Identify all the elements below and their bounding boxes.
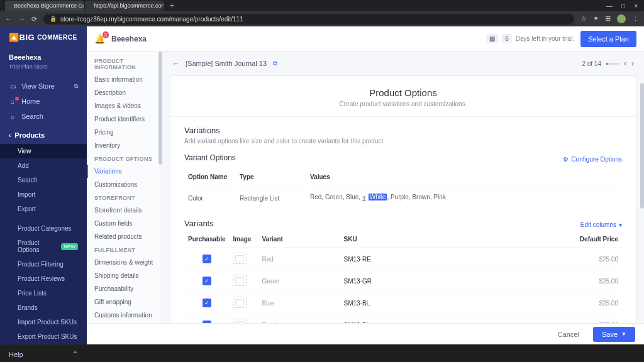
sidenav-dimensions[interactable]: Dimensions & weight <box>87 256 162 269</box>
sidebar-item-pricelists[interactable]: Price Lists <box>0 286 87 300</box>
sidebar-item-filtering[interactable]: Product Filtering <box>0 257 87 272</box>
sidebar-item-help[interactable]: Help⌃ <box>0 344 87 362</box>
minimize-icon[interactable]: — <box>606 3 613 9</box>
os-taskbar[interactable] <box>0 344 644 362</box>
chevron-down-icon: ▼ <box>621 331 626 337</box>
home-icon: ⌂ <box>9 98 16 105</box>
external-icon[interactable]: ⧉ <box>273 60 277 67</box>
select-plan-button[interactable]: Select a Plan <box>580 31 636 47</box>
product-sidenav: PRODUCT INFORMATION Basic information De… <box>87 52 162 323</box>
gear-icon: ⚙ <box>563 156 569 163</box>
purchasable-checkbox[interactable]: ✓ <box>203 321 211 323</box>
variant-price: $25.00 <box>572 270 622 292</box>
variant-sku: SM13-BL <box>340 292 572 314</box>
menu-icon[interactable]: ⋮ <box>632 14 639 23</box>
option-type: Rectangle List <box>237 187 306 209</box>
pager-prev-icon[interactable]: ‹ <box>624 59 626 68</box>
new-tab-button[interactable]: + <box>165 1 179 10</box>
product-options-card: Product Options Create product variation… <box>170 75 636 323</box>
th-sku: SKU <box>340 231 572 248</box>
browser-tab[interactable]: Beeehexa BigCommerce Contro× <box>5 1 84 11</box>
variant-price: $25.00 <box>572 292 622 314</box>
sidenav-identifiers[interactable]: Product identifiers <box>87 112 162 126</box>
sidebar-item-brands[interactable]: Brands <box>0 300 87 315</box>
grid-icon[interactable]: ▦ <box>486 34 498 43</box>
edit-columns-link[interactable]: Edit columns▾ <box>580 221 622 228</box>
sidenav-customs[interactable]: Customs information <box>87 309 162 322</box>
sidebar-item-add[interactable]: Add <box>0 158 87 173</box>
scrollbar[interactable] <box>640 83 644 209</box>
sidenav-description[interactable]: Description <box>87 86 162 99</box>
sidebar-item-import-skus[interactable]: Import Product SKUs <box>0 315 87 329</box>
sidenav-variations[interactable]: Variations <box>87 165 162 178</box>
image-placeholder[interactable] <box>233 297 247 308</box>
image-placeholder[interactable] <box>233 253 247 264</box>
cancel-button[interactable]: Cancel <box>550 327 587 342</box>
url-field[interactable]: 🔒store-lrcqgz36ep.mybigcommerce.com/mana… <box>43 14 574 25</box>
sidebar-item-export-skus[interactable]: Export Product SKUs <box>0 329 87 344</box>
purchasable-checkbox[interactable]: ✓ <box>203 255 211 263</box>
variant-row[interactable]: ✓ Red SM13-RE $25.00 <box>184 248 622 270</box>
sidenav-custom-fields[interactable]: Custom fields <box>87 217 162 230</box>
sidebar-item-home[interactable]: ⌂Home <box>0 94 87 109</box>
variant-row[interactable]: ✓ Blue SM13-BL $25.00 <box>184 292 622 314</box>
back-icon[interactable]: ← <box>5 15 12 23</box>
th-variant: Variant <box>258 231 340 248</box>
star-icon[interactable]: ☆ <box>580 14 587 23</box>
save-button[interactable]: Save▼ <box>593 327 635 342</box>
sidenav-purchasability[interactable]: Purchasability <box>87 282 162 295</box>
image-placeholder[interactable] <box>233 319 247 323</box>
option-values[interactable]: Red, Green, Blue, ᏆWhite, Purple, Brown,… <box>308 187 621 209</box>
configure-options-link[interactable]: ⚙Configure Options <box>563 156 622 163</box>
topbar: 🔔 Beeehexa ▦6Days left in your trial. Se… <box>87 26 644 52</box>
th-option-name: Option Name <box>186 168 236 185</box>
puzzle-icon[interactable]: ⊞ <box>605 14 611 23</box>
variant-name: Green <box>258 270 340 292</box>
sidenav-customizations[interactable]: Customizations <box>87 178 162 191</box>
sidenav-pricing[interactable]: Pricing <box>87 126 162 139</box>
variant-price: $25.00 <box>572 248 622 270</box>
scrollbar[interactable] <box>158 52 162 165</box>
extension-icon[interactable]: ✦ <box>593 14 599 23</box>
sidenav-shipping[interactable]: Shipping details <box>87 269 162 282</box>
window-controls: — □ × <box>606 3 644 9</box>
sidenav-basic[interactable]: Basic information <box>87 73 162 86</box>
sidebar-item-categories[interactable]: Product Categories <box>0 221 87 236</box>
back-icon[interactable]: ← <box>172 60 179 67</box>
sidebar-item-reviews[interactable]: Product Reviews <box>0 272 87 286</box>
close-window-icon[interactable]: × <box>634 3 638 9</box>
variant-row[interactable]: ✓ Green SM13-GR $25.00 <box>184 270 622 292</box>
pager-next-icon[interactable]: › <box>631 59 634 68</box>
variant-row[interactable]: ✓ Purple SM13-PL $25.00 <box>184 314 622 324</box>
browser-tabbar: Beeehexa BigCommerce Contro× https://api… <box>0 0 644 11</box>
sidebar-section-products[interactable]: ‹Products <box>0 126 87 144</box>
sidebar-item-view-store[interactable]: ▭View Store⧉ <box>0 79 87 94</box>
sidebar-item-search-products[interactable]: Search <box>0 173 87 187</box>
sidebar-item-product-options[interactable]: Product OptionsNEW <box>0 236 87 257</box>
sidenav-gift[interactable]: Gift wrapping <box>87 295 162 309</box>
purchasable-checkbox[interactable]: ✓ <box>203 277 211 285</box>
browser-addressbar: ← → ⟳ 🔒store-lrcqgz36ep.mybigcommerce.co… <box>0 11 644 26</box>
store-name: Beeehexa <box>0 48 87 63</box>
store-icon: ▭ <box>9 83 16 90</box>
maximize-icon[interactable]: □ <box>621 3 625 9</box>
forward-icon[interactable]: → <box>18 15 25 23</box>
notifications-icon[interactable]: 🔔 <box>94 34 105 44</box>
sidebar-item-search[interactable]: ⌕Search <box>0 109 87 124</box>
footer-bar: Cancel Save▼ <box>87 323 644 344</box>
sidebar-item-import[interactable]: Import <box>0 187 87 202</box>
option-row[interactable]: Color Rectangle List Red, Green, Blue, Ꮖ… <box>186 187 621 209</box>
topbar-store-name: Beeehexa <box>111 35 147 43</box>
sidenav-related[interactable]: Related products <box>87 230 162 243</box>
browser-tab[interactable]: https://api.bigcommerce.com/s× <box>85 1 164 11</box>
card-title: Product Options <box>170 87 636 98</box>
profile-avatar[interactable] <box>617 14 626 23</box>
purchasable-checkbox[interactable]: ✓ <box>203 299 211 307</box>
sidenav-images[interactable]: Images & videos <box>87 99 162 112</box>
sidenav-inventory[interactable]: Inventory <box>87 139 162 152</box>
reload-icon[interactable]: ⟳ <box>31 15 37 23</box>
sidenav-storefront-details[interactable]: Storefront details <box>87 204 162 217</box>
image-placeholder[interactable] <box>233 275 247 286</box>
sidebar-item-export[interactable]: Export <box>0 202 87 216</box>
sidebar-item-view[interactable]: View <box>0 144 87 158</box>
